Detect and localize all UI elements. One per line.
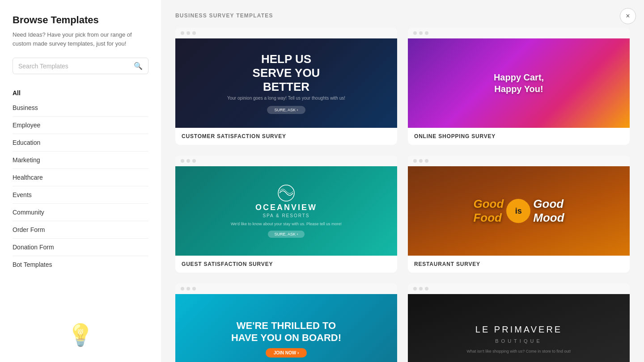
template-card-restaurant[interactable]: GoodFood is GoodMood RESTAURANT SURVEY (408, 156, 630, 273)
sidebar-illustration: 💡 (13, 308, 148, 348)
close-button[interactable]: × (620, 8, 636, 24)
template-card-customer-satisfaction[interactable]: HELP USSERVE YOUBETTER Your opinion goes… (175, 28, 397, 145)
card3-btn: SURE, ASK › (268, 231, 304, 238)
card-top-bar (175, 283, 397, 294)
card-image-2: Happy Cart,Happy You! (408, 38, 630, 128)
sidebar-item-bot-templates[interactable]: Bot Templates (13, 256, 148, 273)
card1-btn: SURE, ASK › (267, 106, 305, 114)
dot-2 (419, 31, 423, 35)
dot-2 (419, 287, 423, 290)
sidebar-item-employee[interactable]: Employee (13, 117, 148, 134)
sidebar-item-healthcare[interactable]: Healthcare (13, 169, 148, 186)
sidebar-item-business[interactable]: Business (13, 99, 148, 117)
search-input[interactable] (18, 63, 134, 70)
card-image-3: OCEANVIEW SPA & RESORTS We'd like to kno… (175, 166, 397, 256)
card-image-6: LE PRIMAVERE BOUTIQUE What isn't like sh… (408, 294, 630, 362)
sidebar-item-order-form[interactable]: Order Form (13, 221, 148, 239)
dot-2 (186, 159, 190, 163)
templates-grid: HELP USSERVE YOUBETTER Your opinion goes… (175, 28, 630, 362)
dot-2 (186, 31, 190, 35)
dot-1 (181, 31, 184, 35)
card3-label: GUEST SATISFACTION SURVEY (175, 256, 397, 273)
dot-1 (413, 159, 417, 163)
card-image-1: HELP USSERVE YOUBETTER Your opinion goes… (175, 38, 397, 128)
card1-sub-text: Your opinion goes a long way! Tell us yo… (227, 96, 345, 101)
sidebar-item-marketing[interactable]: Marketing (13, 152, 148, 169)
dot-3 (192, 31, 196, 35)
card4-good-text: GoodMood (533, 197, 564, 225)
main-content: × BUSINESS SURVEY TEMPLATES HELP USSERVE… (161, 0, 644, 362)
sidebar-subtitle: Need Ideas? Have your pick from our rang… (13, 30, 148, 48)
card-top-bar (408, 28, 630, 38)
card5-btn: JOIN NOW › (266, 348, 307, 358)
section-title: BUSINESS SURVEY TEMPLATES (175, 13, 630, 19)
card2-label: ONLINE SHOPPING SURVEY (408, 128, 630, 145)
dot-2 (419, 159, 423, 163)
template-card-onboarding[interactable]: WE'RE THRILLED TOHAVE YOU ON BOARD! JOIN… (175, 283, 397, 362)
nav-all-label[interactable]: All (13, 85, 148, 99)
card-image-4: GoodFood is GoodMood (408, 166, 630, 256)
sidebar-item-donation-form[interactable]: Donation Form (13, 239, 148, 256)
sidebar: Browse Templates Need Ideas? Have your p… (0, 0, 161, 362)
template-card-boutique[interactable]: LE PRIMAVERE BOUTIQUE What isn't like sh… (408, 283, 630, 362)
search-icon[interactable]: 🔍 (134, 62, 143, 70)
card-image-5: WE'RE THRILLED TOHAVE YOU ON BOARD! JOIN… (175, 294, 397, 362)
dot-2 (186, 287, 190, 290)
template-card-guest-satisfaction[interactable]: OCEANVIEW SPA & RESORTS We'd like to kno… (175, 156, 397, 273)
search-box: 🔍 (13, 58, 148, 74)
category-nav: AllBusinessEmployeeEducationMarketingHea… (13, 85, 148, 273)
dot-3 (192, 287, 196, 290)
card4-food-text: GoodFood (473, 197, 504, 225)
dot-3 (425, 287, 428, 290)
card5-main-text: WE'RE THRILLED TOHAVE YOU ON BOARD! (231, 320, 341, 344)
card-top-bar (408, 156, 630, 166)
card6-text: What isn't like shopping with us? Come i… (467, 349, 571, 354)
card4-circle: is (506, 199, 530, 223)
resort-logo-icon (273, 184, 300, 202)
sidebar-title: Browse Templates (13, 14, 148, 26)
card1-label: CUSTOMER SATISFACTION SURVEY (175, 128, 397, 145)
card6-name: LE PRIMAVERE (475, 324, 562, 335)
sidebar-item-community[interactable]: Community (13, 204, 148, 221)
card2-main-text: Happy Cart,Happy You! (494, 72, 544, 95)
template-card-online-shopping[interactable]: Happy Cart,Happy You! ONLINE SHOPPING SU… (408, 28, 630, 145)
dot-1 (413, 31, 417, 35)
sidebar-item-education[interactable]: Education (13, 134, 148, 152)
dot-3 (425, 31, 428, 35)
card4-label: RESTAURANT SURVEY (408, 256, 630, 273)
bulb-icon: 💡 (67, 323, 94, 348)
card3-name: OCEANVIEW (255, 203, 317, 212)
dot-1 (413, 287, 417, 290)
card6-sub: BOUTIQUE (495, 338, 542, 344)
card-top-bar (408, 283, 630, 294)
card1-main-text: HELP USSERVE YOUBETTER (253, 52, 320, 94)
card3-text: We'd like to know about your stay with u… (231, 222, 342, 226)
dot-1 (181, 287, 184, 290)
card-top-bar (175, 28, 397, 38)
card-top-bar (175, 156, 397, 166)
card3-sub: SPA & RESORTS (263, 213, 309, 218)
dot-3 (192, 159, 196, 163)
dot-1 (181, 159, 184, 163)
dot-3 (425, 159, 428, 163)
sidebar-item-events[interactable]: Events (13, 186, 148, 204)
